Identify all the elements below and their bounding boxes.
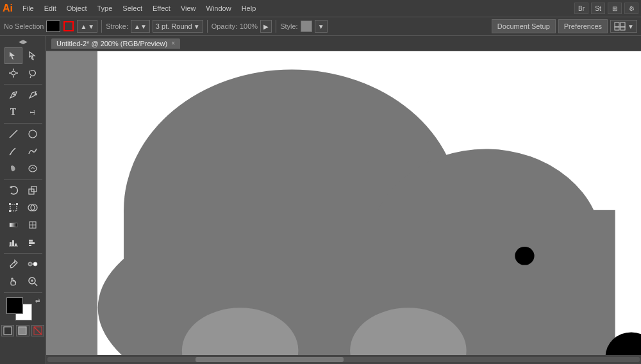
pencil-tool-btn[interactable] xyxy=(4,143,22,160)
menu-select[interactable]: Select xyxy=(118,3,147,13)
menu-edit[interactable]: Edit xyxy=(40,3,61,13)
stroke-swatch-icon xyxy=(63,21,74,32)
canvas-area: Untitled-2* @ 200% (RGB/Preview) × xyxy=(46,36,641,364)
svg-rect-23 xyxy=(9,210,11,212)
svg-rect-2 xyxy=(620,22,625,27)
tool-row-3 xyxy=(1,87,44,103)
hscroll-track xyxy=(47,357,640,362)
scale-tool-btn[interactable] xyxy=(24,182,42,199)
stroke-label: Stroke: xyxy=(106,22,128,30)
apps-icon-btn[interactable]: ⚙ xyxy=(624,3,638,14)
gradient-tool-btn[interactable] xyxy=(4,217,22,233)
svg-rect-3 xyxy=(615,27,619,30)
svg-point-55 xyxy=(515,247,534,265)
app-logo: Ai xyxy=(3,3,13,14)
svg-rect-20 xyxy=(10,204,17,211)
none-icon[interactable] xyxy=(31,325,44,336)
mesh-tool-btn[interactable] xyxy=(24,217,42,233)
svg-rect-30 xyxy=(10,242,12,246)
svg-line-14 xyxy=(10,130,17,138)
arrange-dropdown[interactable]: ▼ xyxy=(610,20,637,33)
menu-view[interactable]: View xyxy=(176,3,201,13)
menu-type[interactable]: Type xyxy=(93,3,117,13)
magic-wand-tool-btn[interactable] xyxy=(4,65,22,81)
type-tool-btn[interactable]: T xyxy=(4,104,22,120)
svg-rect-32 xyxy=(15,244,17,246)
canvas-document[interactable] xyxy=(46,51,641,364)
column-chart-btn[interactable] xyxy=(24,234,42,251)
hand-tool-btn[interactable] xyxy=(4,273,22,290)
smooth-tool-btn[interactable] xyxy=(24,143,42,160)
bar-chart-btn[interactable] xyxy=(4,234,22,251)
canvas-tab-item[interactable]: Untitled-2* @ 200% (RGB/Preview) × xyxy=(51,38,180,49)
fill-swatch[interactable] xyxy=(46,21,60,32)
menu-object[interactable]: Object xyxy=(62,3,92,13)
tool-row-8 xyxy=(1,182,44,199)
collapse-panel-icon[interactable]: ◀▶ xyxy=(19,38,28,45)
style-dropdown[interactable]: ▼ xyxy=(315,20,328,33)
paintbrush-tool-btn[interactable] xyxy=(4,160,22,177)
fg-color-swatch[interactable] xyxy=(6,297,23,314)
svg-rect-21 xyxy=(9,203,11,205)
preferences-button[interactable]: Preferences xyxy=(558,19,608,33)
workspace-icon-btn[interactable]: ⊞ xyxy=(608,3,622,14)
svg-rect-26 xyxy=(10,223,17,227)
svg-line-48 xyxy=(34,327,42,335)
fill-icon[interactable] xyxy=(1,325,14,336)
menu-icons: Br St ⊞ ⚙ xyxy=(574,3,638,14)
free-transform-btn[interactable] xyxy=(4,199,22,216)
direct-selection-tool-btn[interactable] xyxy=(24,47,42,64)
vertical-type-tool-btn[interactable]: T xyxy=(24,104,42,120)
stroke-arrows[interactable]: ▲▼ xyxy=(77,20,97,33)
svg-line-42 xyxy=(35,283,37,286)
no-selection-label: No Selection xyxy=(4,22,44,30)
swap-colors-icon[interactable]: ⇄ xyxy=(35,297,40,304)
svg-rect-4 xyxy=(620,27,625,30)
hscroll-thumb[interactable] xyxy=(196,357,344,362)
canvas-tab-bar: Untitled-2* @ 200% (RGB/Preview) × xyxy=(46,36,641,51)
svg-point-17 xyxy=(29,165,37,172)
tool-sep-2 xyxy=(4,123,42,124)
tool-sep-1 xyxy=(4,84,42,85)
rect-tool-btn[interactable] xyxy=(24,126,42,142)
tool-row-10 xyxy=(1,217,44,233)
tool-sep-4 xyxy=(4,253,42,254)
shape-builder-btn[interactable] xyxy=(24,199,42,216)
stroke-dropdown[interactable]: 3 pt. Round ▼ xyxy=(153,20,203,33)
menu-effect[interactable]: Effect xyxy=(148,3,175,13)
menu-help[interactable]: Help xyxy=(237,3,261,13)
stroke-size-box[interactable]: ▲▼ xyxy=(131,20,150,33)
hscrollbar[interactable] xyxy=(46,355,641,364)
svg-point-9 xyxy=(12,71,15,75)
tool-row-5 xyxy=(1,126,44,142)
svg-point-39 xyxy=(33,262,37,266)
menu-window[interactable]: Window xyxy=(202,3,236,13)
tool-row-7 xyxy=(1,160,44,177)
document-setup-button[interactable]: Document Setup xyxy=(492,19,556,33)
stock-icon-btn[interactable]: St xyxy=(591,3,605,14)
menu-file[interactable]: File xyxy=(18,3,38,13)
blend-tool-btn[interactable] xyxy=(24,256,42,272)
vtype-icon: T xyxy=(29,110,37,115)
add-anchor-tool-btn[interactable] xyxy=(24,87,42,103)
rotate-tool-btn[interactable] xyxy=(4,182,22,199)
line-tool-btn[interactable] xyxy=(4,126,22,142)
gradient-icon[interactable] xyxy=(16,325,29,336)
sep3 xyxy=(276,20,276,33)
pen-tool-btn[interactable] xyxy=(4,87,22,103)
blob-brush-tool-btn[interactable] xyxy=(24,160,42,177)
tool-row-13 xyxy=(1,273,44,290)
bridge-icon-btn[interactable]: Br xyxy=(574,3,588,14)
character-svg xyxy=(46,51,641,364)
lasso-tool-btn[interactable] xyxy=(24,65,42,81)
style-swatch[interactable] xyxy=(301,21,312,32)
tool-row-2 xyxy=(1,65,44,81)
svg-rect-35 xyxy=(29,242,35,244)
opacity-dropdown[interactable]: ▶ xyxy=(260,20,272,33)
eyedropper-tool-btn[interactable] xyxy=(4,256,22,272)
zoom-tool-btn[interactable] xyxy=(24,273,42,290)
selection-tool-btn[interactable] xyxy=(4,47,22,64)
svg-rect-45 xyxy=(4,327,12,335)
close-tab-icon[interactable]: × xyxy=(171,40,175,47)
svg-rect-36 xyxy=(29,245,31,246)
